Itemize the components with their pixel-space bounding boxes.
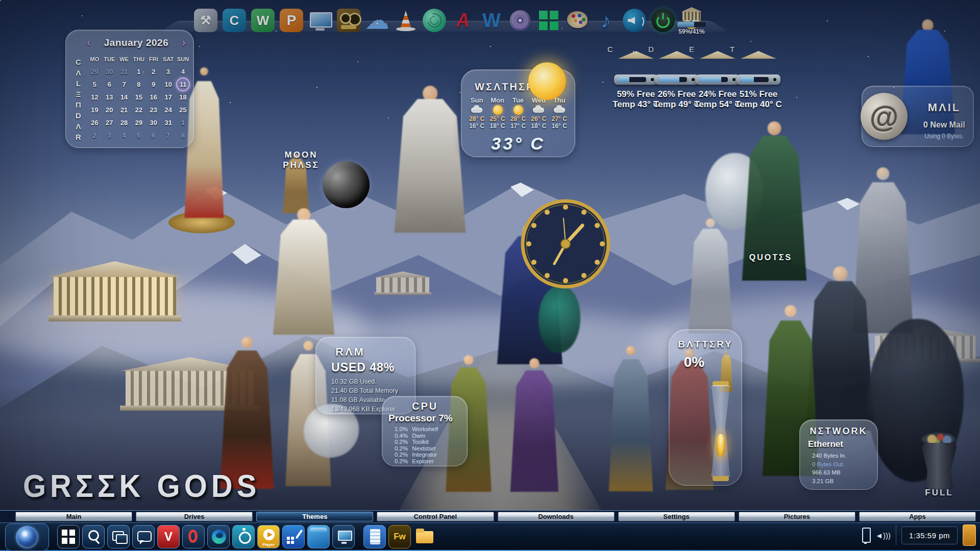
weather-icon <box>470 106 483 114</box>
calendar-next-button[interactable]: › <box>178 36 189 49</box>
day-header: SUN <box>177 56 189 62</box>
cpu-process: 0.2%Explorer <box>395 458 438 465</box>
cpu-process-list: 1.0%Workshelf 0.4%Dwm 0.2%Toolkit 0.2%Ne… <box>395 426 438 464</box>
word-icon[interactable]: W <box>480 9 503 32</box>
quotes-title[interactable]: QUOTΣS <box>743 253 799 262</box>
calendar-day-cell: 28 <box>118 117 130 129</box>
network-widget[interactable]: NΣTWORK Ethernet 240 Bytes In.0 Bytes Ou… <box>799 419 878 490</box>
display-tile-app[interactable] <box>307 525 330 548</box>
opera-browser[interactable] <box>182 525 205 548</box>
calendar-grid: MO TUE WE THU FRI SAT SUN 29303112345678… <box>87 53 190 144</box>
athena-warrior-figure <box>603 346 658 491</box>
windows-icon[interactable] <box>537 9 560 32</box>
finance-widget[interactable]: 59%/41% <box>673 7 710 35</box>
calendar-day-cell: 9 <box>148 79 159 90</box>
app-dock: ⚒ C W P ☁ A W ♪ <box>194 6 709 35</box>
calendar-day-cell: 20 <box>104 104 115 116</box>
drive-widget[interactable]: T 51% Free Temp 40° C <box>733 51 784 110</box>
cloud-download-icon[interactable]: ☁ <box>365 9 389 32</box>
weather-day: Tue 28° C 17° C <box>508 96 528 130</box>
weather-title: WΣΛTHΣR <box>475 81 535 93</box>
weather-day: Sun 28° C 16° C <box>467 96 487 130</box>
edge-browser[interactable] <box>207 525 230 548</box>
task-view-button[interactable] <box>107 525 130 548</box>
cpu-title: CPU <box>412 400 438 412</box>
calendar-day-cell: 23 <box>148 104 159 116</box>
chat-button[interactable] <box>132 525 155 548</box>
mail-usage: Using 0 Bytes. <box>914 133 975 140</box>
dionysus-figure <box>504 358 565 492</box>
network-line: 3.21 GB <box>812 477 846 486</box>
yarn-ball-icon[interactable] <box>423 9 446 32</box>
vivaldi-browser[interactable]: V <box>157 525 180 548</box>
search-button[interactable] <box>82 525 105 548</box>
file-explorer[interactable] <box>413 525 436 548</box>
calendar-day-cell: 1 <box>177 117 189 129</box>
ram-used: USED 48% <box>331 361 395 374</box>
control-panel[interactable]: Control Panel <box>377 512 494 521</box>
main[interactable]: Main <box>15 512 132 521</box>
vlc-icon[interactable] <box>394 9 418 32</box>
moon-icon <box>323 161 370 208</box>
clock-time[interactable]: 1:35:59 pm <box>901 527 958 544</box>
analog-clock[interactable] <box>521 199 610 291</box>
notes-app[interactable] <box>363 525 386 548</box>
calendar-day-cell: 31 <box>162 117 174 129</box>
system-tray: ◄))) 1:35:59 pm <box>860 524 976 546</box>
taskbar-tabs: MainDrivesThemesControl PanelDownloadsSe… <box>0 510 980 522</box>
network-stats: 240 Bytes In.0 Bytes Out.966.63 MB3.21 G… <box>812 452 846 485</box>
fireworks-app[interactable]: Fw <box>388 525 411 548</box>
calendar-day-cell: 13 <box>104 91 115 103</box>
weather-day: Thu 27° C 16° C <box>549 96 570 130</box>
start-button[interactable] <box>57 525 80 548</box>
utility-tools-icon[interactable]: ⚒ <box>194 9 217 32</box>
themes[interactable]: Themes <box>256 512 373 521</box>
apps[interactable]: Apps <box>859 512 976 521</box>
calendar-day-cell: 18 <box>177 91 189 103</box>
mail-at-icon[interactable]: @ <box>861 93 908 140</box>
paint-palette-icon[interactable] <box>566 9 589 32</box>
tray-volume-icon[interactable]: ◄))) <box>875 531 891 540</box>
paint-app[interactable] <box>282 525 305 548</box>
cpu-process: 0.2%Toolkit <box>395 439 438 445</box>
volume-icon[interactable] <box>623 9 646 32</box>
phone-icon[interactable] <box>860 528 870 543</box>
ram-line: 21.40 GB Total Memory <box>331 386 398 395</box>
hephaestus-figure <box>213 337 281 489</box>
power-icon[interactable] <box>651 9 675 32</box>
calendar-day-cell: 8 <box>177 130 189 141</box>
music-note-icon[interactable]: ♪ <box>594 9 618 32</box>
day-header: WE <box>119 56 129 62</box>
cpu-process: 0.4%Dwm <box>395 433 438 439</box>
show-desktop-button[interactable] <box>963 524 976 546</box>
film-projector-icon[interactable] <box>337 9 360 32</box>
wondershare-icon[interactable]: W <box>251 9 275 32</box>
calendar-day-cell: 3 <box>162 66 174 78</box>
picsart-icon[interactable]: P <box>280 9 303 32</box>
calendar-day-cell: 29 <box>133 117 144 129</box>
drives[interactable]: Drives <box>136 512 253 521</box>
temple-left <box>48 261 181 321</box>
media-player-app[interactable]: Player <box>257 525 280 548</box>
launcher-orb-button[interactable] <box>5 523 49 551</box>
display-icon[interactable] <box>308 9 332 32</box>
downloads[interactable]: Downloads <box>498 512 615 521</box>
dvd-disc-icon[interactable] <box>508 9 532 32</box>
pictures[interactable]: Pictures <box>739 512 855 521</box>
calendar-day-cell: 7 <box>118 79 130 90</box>
monitor-app[interactable] <box>332 525 355 548</box>
hourglass-candle <box>709 385 732 477</box>
acrobat-icon[interactable]: A <box>451 9 475 32</box>
weather-day: Mon 25° C 18° C <box>487 96 507 130</box>
calendar-day-cell: 16 <box>148 91 159 103</box>
timer-app[interactable] <box>232 525 255 548</box>
calendar-prev-button[interactable]: ‹ <box>83 36 94 49</box>
mail-new-count: 0 New Mail <box>914 120 975 130</box>
finance-value: 59%/41% <box>673 28 710 35</box>
settings[interactable]: Settings <box>618 512 735 521</box>
calendar-widget[interactable]: ‹ January 2026 › CΛLΞΠDΛR MO TUE WE THU … <box>65 30 194 148</box>
cyberlink-icon[interactable]: C <box>223 9 246 32</box>
cpu-widget[interactable]: CPU Processor 7% 1.0%Workshelf 0.4%Dwm 0… <box>382 396 468 466</box>
recycle-bin[interactable] <box>919 440 960 489</box>
ram-line: 10.32 GB Used. <box>331 377 398 386</box>
